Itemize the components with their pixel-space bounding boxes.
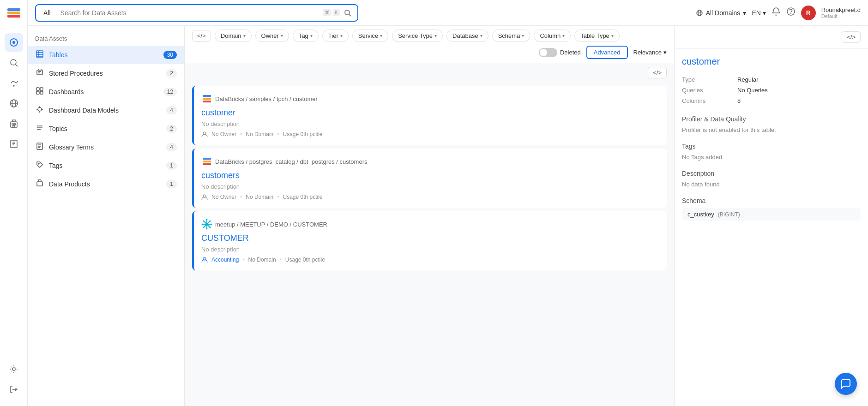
result-domain-customer: No Domain [246,131,273,137]
result-card-CUSTOMER[interactable]: meetup / MEETUP / DEMO / CUSTOMER CUSTOM… [192,211,667,270]
nav-globe[interactable] [5,94,23,113]
svg-rect-2 [7,8,20,11]
sidebar-item-topics[interactable]: Topics 2 [28,119,184,138]
result-title-CUSTOMER[interactable]: CUSTOMER [201,233,659,243]
svg-rect-15 [14,124,16,125]
filter-owner-label: Owner [261,32,279,39]
sidebar-item-dashboard-data-models[interactable]: Dashboard Data Models 4 [28,101,184,119]
content-area: Data Assets Tables 30 [28,26,868,406]
filter-schema[interactable]: Schema ▾ [492,30,530,42]
glossary-terms-count: 4 [166,143,177,151]
code-toggle-button[interactable]: </> [192,30,211,42]
nav-explore[interactable] [5,33,23,52]
result-card-customers[interactable]: DataBricks / postgres_catalog / dbt_post… [192,149,667,208]
relevance-button[interactable]: Relevance ▾ [633,49,667,56]
svg-point-56 [38,163,39,164]
svg-point-21 [12,368,15,370]
filter-tier-label: Tier [328,32,338,39]
nav-settings[interactable] [5,360,23,378]
nav-logout[interactable] [5,380,23,399]
result-meta-customers: No Owner • No Domain • Usage 0th pctile [201,194,659,200]
left-nav: Data Assets Tables 30 [28,26,185,406]
filter-schema-chevron-icon: ▾ [522,33,524,38]
result-breadcrumb-customers: DataBricks / postgres_catalog / dbt_post… [201,156,659,167]
nav-discover[interactable] [5,54,23,72]
lang-selector[interactable]: EN ▾ [752,9,766,17]
detail-panel-header: </> [675,26,868,49]
description-content: No data found [682,181,861,188]
filter-service[interactable]: Service ▾ [352,30,388,42]
results-code-toggle[interactable]: </> [648,67,667,78]
filter-column[interactable]: Column ▾ [534,30,571,42]
tags-icon [35,161,44,170]
sidebar-item-tables[interactable]: Tables 30 [28,46,184,64]
filter-database[interactable]: Database ▾ [446,30,488,42]
result-title-customers[interactable]: customers [201,171,659,180]
user-avatar[interactable]: R [801,6,816,20]
search-icon [344,9,352,17]
filter-service-label: Service [358,32,378,39]
sidebar-item-data-products[interactable]: Data Products 1 [28,175,184,193]
advanced-button[interactable]: Advanced [586,46,628,59]
deleted-toggle-switch[interactable] [539,48,557,57]
filter-owner[interactable]: Owner ▾ [255,30,289,42]
sidebar-item-glossary-terms[interactable]: Glossary Terms 4 [28,138,184,156]
filter-tag[interactable]: Tag ▾ [293,30,319,42]
notifications-button[interactable] [772,7,781,18]
app-logo [6,5,22,24]
detail-description-section: Description No data found [682,170,861,188]
type-label: Type [682,74,737,85]
top-header: All ⌘ K All Domains [28,0,868,26]
svg-rect-57 [37,182,42,186]
profiler-title: Profiler & Data Quality [682,115,861,123]
owner-icon-2 [201,194,208,200]
filter-column-chevron-icon: ▾ [562,33,565,38]
filter-owner-chevron-icon: ▾ [281,33,283,38]
filter-domain[interactable]: Domain ▾ [215,30,252,42]
keyboard-hint: ⌘ K [323,9,340,16]
result-title-customer[interactable]: customer [201,108,659,118]
user-info: Rounakpreet.d Default [821,6,861,19]
detail-panel-toggle[interactable]: </> [842,31,861,43]
filter-table-type[interactable]: Table Type ▾ [574,30,620,42]
field-name-c_custkey: c_custkey [687,211,714,218]
detail-title: customer [682,56,861,67]
result-desc-CUSTOMER: No description [201,246,659,253]
svg-point-71 [206,228,208,230]
nav-insights[interactable] [5,74,23,92]
databricks-icon-2 [201,156,212,167]
sidebar-item-tags[interactable]: Tags 1 [28,156,184,175]
detail-panel: </> customer Type Regular Queries No Que… [674,26,868,406]
sidebar-item-stored-procedures[interactable]: Stored Procedures 2 [28,64,184,83]
result-owner-CUSTOMER[interactable]: Accounting [211,257,239,263]
filter-bar: </> Domain ▾ Owner ▾ Tag ▾ [185,26,674,63]
result-card-customer[interactable]: DataBricks / samples / tpch / customer c… [192,86,667,145]
svg-point-5 [11,60,16,65]
result-desc-customers: No description [201,183,659,190]
svg-rect-43 [40,91,43,94]
topics-icon [35,124,44,133]
tags-section-title: Tags [682,143,861,150]
detail-row-type: Type Regular [682,74,861,85]
search-input[interactable] [60,9,319,17]
svg-rect-16 [13,125,15,127]
filter-tier-chevron-icon: ▾ [340,33,343,38]
svg-point-23 [345,10,350,15]
data-products-count: 1 [166,180,177,188]
search-type-dropdown[interactable]: All [42,5,53,21]
filter-tier[interactable]: Tier ▾ [322,30,349,42]
svg-rect-1 [7,12,20,14]
chat-button[interactable] [835,373,857,395]
filter-service-type[interactable]: Service Type ▾ [392,30,443,42]
svg-rect-11 [11,122,17,127]
svg-point-72 [202,224,203,225]
sidebar-item-dashboards[interactable]: Dashboards 12 [28,83,184,101]
nav-book[interactable] [5,135,23,153]
domain-selector[interactable]: All Domains ▾ [696,9,747,17]
help-button[interactable] [786,7,796,18]
svg-rect-17 [11,140,17,148]
filter-table-type-chevron-icon: ▾ [611,33,614,38]
tags-label: Tags [49,162,162,169]
result-usage-customers: Usage 0th pctile [283,194,322,200]
nav-building[interactable] [5,114,23,133]
